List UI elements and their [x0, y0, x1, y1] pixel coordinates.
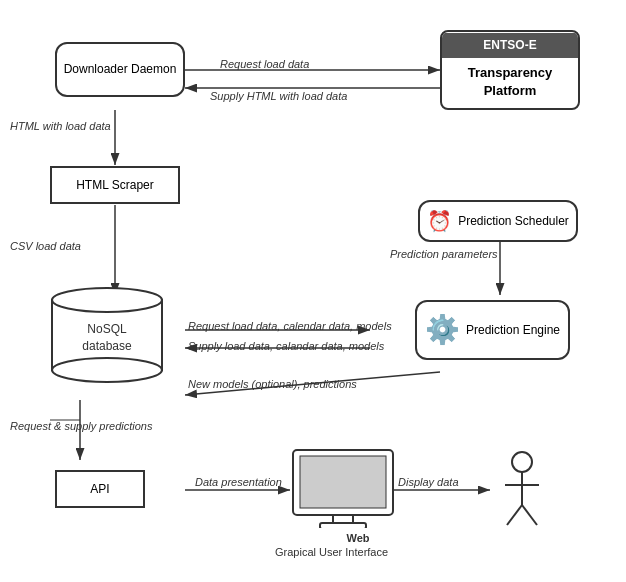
new-models-label: New models (optional), predictions: [188, 378, 357, 390]
html-scraper-box: HTML Scraper: [50, 166, 180, 204]
clock-icon: ⏰: [427, 207, 452, 235]
request-load-data-label: Request load data: [220, 58, 309, 70]
prediction-params-label: Prediction parameters: [390, 248, 498, 260]
request-supply-label: Request & supply predictions: [10, 420, 152, 432]
architecture-diagram: ENTSO-E TransparencyPlatform Downloader …: [0, 0, 626, 582]
svg-text:NoSQL: NoSQL: [87, 322, 127, 336]
svg-point-16: [52, 358, 162, 382]
person-figure: [495, 450, 550, 543]
prediction-scheduler-label: Prediction Scheduler: [458, 213, 569, 230]
monitor-svg: [288, 448, 398, 528]
display-data-label: Display data: [398, 476, 459, 488]
prediction-scheduler-box: ⏰ Prediction Scheduler: [418, 200, 578, 242]
transparency-platform-label: TransparencyPlatform: [460, 58, 561, 106]
svg-point-15: [52, 288, 162, 312]
nosql-db-container: NoSQL database: [42, 280, 172, 390]
entso-box: ENTSO-E TransparencyPlatform: [440, 30, 580, 110]
gear-icon: ⚙️: [425, 310, 460, 349]
person-svg: [495, 450, 550, 540]
svg-rect-22: [320, 523, 366, 528]
entso-header: ENTSO-E: [442, 33, 578, 58]
html-load-data-label: HTML with load data: [10, 120, 111, 132]
svg-rect-20: [300, 456, 386, 508]
html-scraper-label: HTML Scraper: [76, 177, 154, 194]
downloader-daemon-box: Downloader Daemon: [55, 42, 185, 97]
web-gui-title-label: Web: [318, 532, 398, 544]
svg-point-23: [512, 452, 532, 472]
svg-line-27: [522, 505, 537, 525]
downloader-daemon-label: Downloader Daemon: [64, 61, 177, 78]
request-calendar-label: Request load data, calendar data, models: [188, 320, 392, 332]
supply-calendar-label: Supply load data, calandar data, models: [188, 340, 384, 352]
api-label: API: [90, 481, 109, 498]
supply-html-label: Supply HTML with load data: [210, 90, 347, 102]
svg-rect-21: [333, 515, 353, 523]
nosql-db-svg: NoSQL database: [42, 280, 172, 390]
svg-line-26: [507, 505, 522, 525]
csv-load-data-label: CSV load data: [10, 240, 81, 252]
prediction-engine-label: Prediction Engine: [466, 322, 560, 339]
prediction-engine-box: ⚙️ Prediction Engine: [415, 300, 570, 360]
web-gui-monitor: [288, 448, 398, 531]
data-presentation-label: Data presentation: [195, 476, 282, 488]
web-gui-sub-label: Grapical User Interface: [275, 546, 388, 558]
api-box: API: [55, 470, 145, 508]
svg-text:database: database: [82, 339, 132, 353]
